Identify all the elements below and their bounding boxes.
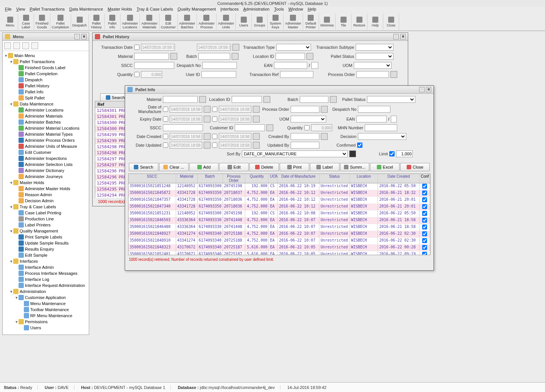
pi-du-from[interactable] (170, 142, 202, 149)
tree-find-icon[interactable] (31, 42, 38, 49)
calendar-icon[interactable] (204, 142, 211, 149)
tree-finished-goods-label[interactable]: Finished Goods Label (3, 65, 88, 71)
sort-dir-icon[interactable] (349, 150, 356, 157)
toolbar-default-printer[interactable]: DefaultPrinter (303, 14, 319, 30)
tree-pallet-transactions[interactable]: ▾Pallet Transactions (3, 59, 88, 65)
menu-tray-case-labels[interactable]: Tray & Case Labels (135, 7, 175, 13)
pi-col-header[interactable]: Date Created (378, 174, 420, 183)
pi-col-header[interactable]: Date of Manufacture (278, 174, 319, 183)
toolbar-pallet-completion[interactable]: PalletCompletion (50, 14, 71, 30)
tree-master-holds[interactable]: ▾Master Holds (3, 180, 88, 186)
pi-cby[interactable] (291, 133, 319, 140)
tree-process-interface-messages[interactable]: Process Interface Messages (3, 270, 88, 276)
pi-delete-button[interactable]: Delete (249, 163, 279, 171)
toolbar-tile[interactable]: Tile (336, 14, 351, 30)
pi-conf-check[interactable] (422, 252, 427, 255)
toolbar-administer-batches[interactable]: AdministerBatches (178, 14, 197, 30)
menu-quality-management[interactable]: Quality Management (176, 7, 218, 13)
pi-add-button[interactable]: Add (189, 163, 219, 171)
tree-pallet-info[interactable]: Pallet Info (3, 89, 88, 95)
pi-dec[interactable] (358, 133, 406, 140)
tree-quality-management[interactable]: ▾Quality Management (3, 228, 88, 234)
pi-conf-check[interactable] (422, 238, 427, 243)
ph-trans-type[interactable] (276, 44, 311, 51)
ph-minimize-icon[interactable]: □ (393, 34, 399, 39)
pi-conf-check[interactable] (422, 191, 427, 195)
lookup-icon[interactable] (321, 106, 328, 113)
toolbar-despatch[interactable]: Despatch (71, 14, 89, 30)
ph-ean2[interactable] (311, 62, 318, 69)
tree-despatch[interactable]: Despatch (3, 77, 88, 83)
toolbar-menu[interactable]: Menu (2, 14, 18, 30)
pi-row[interactable]: 3500016150218512481214895261740933002074… (129, 183, 430, 190)
pi-row[interactable]: 3500016150218458724334172861740933502071… (129, 190, 430, 197)
tree-tray-case-labels[interactable]: ▾Tray & Case Labels (3, 204, 88, 210)
toolbar-administer-master[interactable]: AdministerMaster (283, 14, 303, 30)
pi-col-header[interactable]: Conf (420, 174, 430, 183)
pi-row[interactable]: 3500016150218473404334172861740933502071… (129, 204, 430, 211)
ph-location[interactable] (276, 53, 305, 60)
pi-search-button[interactable]: Search (129, 163, 158, 171)
tree-data-maintenance[interactable]: ▾Data Maintenance (3, 101, 88, 107)
pi-exp-check[interactable] (163, 116, 168, 122)
panel-close-icon[interactable]: ⊠ (81, 34, 87, 39)
pi-dom-from[interactable] (170, 106, 202, 113)
pi-close-button[interactable]: Close (400, 163, 430, 171)
pi-du-check2[interactable] (212, 143, 217, 148)
pi-exp-check2[interactable] (212, 116, 217, 122)
calendar-icon[interactable] (204, 133, 211, 140)
ph-pstatus[interactable] (356, 53, 393, 60)
ph-tref[interactable] (280, 71, 313, 78)
menu-pallet-transactions[interactable]: Pallet Transactions (28, 7, 67, 13)
calendar-icon[interactable] (253, 106, 260, 113)
ph-trans-date-from-check[interactable] (134, 45, 139, 50)
pi-row[interactable]: 3500016150218465034333636461740933302074… (129, 217, 430, 224)
pi-ean[interactable] (356, 116, 387, 122)
tree-rf-menu-maintenance[interactable]: RF Menu Maintenance (3, 313, 88, 319)
pi-conf-check[interactable] (422, 197, 427, 202)
toolbar-users[interactable]: Users (236, 14, 252, 30)
tree-collapse-icon[interactable] (13, 42, 20, 49)
pi-conf-check[interactable] (422, 225, 427, 229)
tree-interface-admin[interactable]: Interface Admin (3, 264, 88, 270)
tree-administration[interactable]: ▾Administration (3, 288, 88, 294)
tree-toolbar-maintenance[interactable]: Toolbar Maintenance (3, 307, 88, 313)
tree-administer-selection-lists[interactable]: Administer Selection Lists (3, 161, 88, 167)
menu-data-maintenance[interactable]: Data Maintenance (67, 7, 105, 13)
calendar-icon[interactable] (253, 116, 260, 122)
pi-pstatus[interactable] (367, 96, 415, 103)
tree-update-sample-results[interactable]: Update Sample Results (3, 240, 88, 246)
lookup-icon[interactable] (266, 124, 273, 131)
pi-sscc[interactable] (163, 124, 203, 131)
ph-material[interactable] (134, 53, 169, 60)
pi-limit[interactable] (396, 150, 413, 157)
tree-users[interactable]: Users (3, 325, 88, 331)
ph-maximize-icon[interactable]: ⊠ (400, 34, 406, 39)
tree-administer-materials[interactable]: Administer Materials (3, 113, 88, 119)
pi-label-button[interactable]: Label (310, 163, 339, 171)
toolbar-minimise[interactable]: Minimise (319, 14, 336, 30)
menu-interfaces[interactable]: Interfaces (218, 7, 240, 13)
toolbar-administer-units[interactable]: AdministerUnits (217, 14, 236, 30)
tree-label-printers[interactable]: Label Printers (3, 222, 88, 228)
toolbar-groups[interactable]: Groups (252, 14, 268, 30)
lookup-icon[interactable] (307, 53, 313, 60)
pi-print-button[interactable]: Print (280, 163, 309, 171)
tree-main-menu[interactable]: ▾Main Menu (3, 53, 88, 59)
tree-reason-admin[interactable]: Reason Admin (3, 192, 88, 198)
pi-conf-check[interactable] (422, 184, 427, 189)
pi-conf-check[interactable] (422, 211, 427, 216)
pi-clear--button[interactable]: Clear ... (159, 163, 189, 171)
ph-qty[interactable] (141, 71, 162, 78)
menu-help[interactable]: Help (306, 7, 318, 13)
tree-interface-request-administration[interactable]: Interface Request Administration (3, 282, 88, 288)
tree-edit-customer[interactable]: Edit Customer (3, 149, 88, 155)
ph-qty-check[interactable] (134, 72, 139, 77)
calendar-icon[interactable] (253, 142, 260, 149)
tree-print-sample-labels[interactable]: Print Sample Labels (3, 234, 88, 240)
ph-despatch[interactable] (202, 62, 237, 69)
pi-excel-button[interactable]: Excel (370, 163, 399, 171)
pi-row[interactable]: 3500016150218524814317067161740933402072… (129, 251, 430, 255)
toolbar-help[interactable]: Help (367, 14, 383, 30)
tree-expand-icon[interactable] (4, 42, 11, 49)
